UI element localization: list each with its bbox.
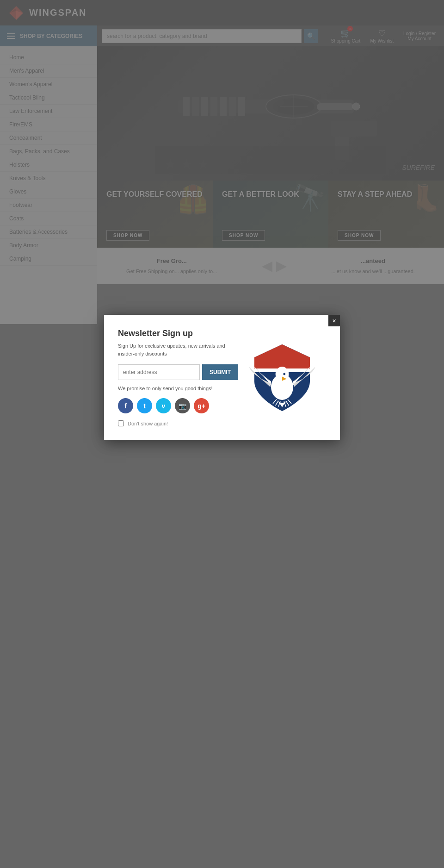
- promise-text: We promise to only send you good things!: [118, 386, 238, 391]
- email-input[interactable]: [118, 364, 200, 380]
- vimeo-icon[interactable]: v: [156, 398, 171, 413]
- modal-title: Newsletter Sign up: [118, 329, 238, 338]
- facebook-icon[interactable]: f: [118, 398, 133, 413]
- modal-close-button[interactable]: ×: [328, 315, 340, 326]
- dont-show-label: Don't show again!: [128, 421, 168, 426]
- email-row: SUBMIT: [118, 364, 238, 380]
- dont-show-row: Don't show again!: [118, 420, 238, 426]
- modal-right-logo: [238, 329, 326, 426]
- modal-overlay: × Newsletter Sign up Sign Up for exclusi…: [0, 0, 444, 868]
- modal-subtitle: Sign Up for exclusive updates, new arriv…: [118, 342, 238, 357]
- eagle-logo-icon: [245, 341, 319, 415]
- submit-button[interactable]: SUBMIT: [202, 364, 238, 380]
- newsletter-modal: × Newsletter Sign up Sign Up for exclusi…: [104, 315, 340, 440]
- google-plus-icon[interactable]: g+: [194, 398, 209, 413]
- dont-show-checkbox[interactable]: [118, 420, 124, 426]
- instagram-icon[interactable]: 📷: [175, 398, 190, 413]
- svg-point-25: [283, 373, 285, 375]
- social-icons: f t v 📷 g+: [118, 398, 238, 413]
- modal-left-content: Newsletter Sign up Sign Up for exclusive…: [118, 329, 238, 426]
- twitter-icon[interactable]: t: [137, 398, 152, 413]
